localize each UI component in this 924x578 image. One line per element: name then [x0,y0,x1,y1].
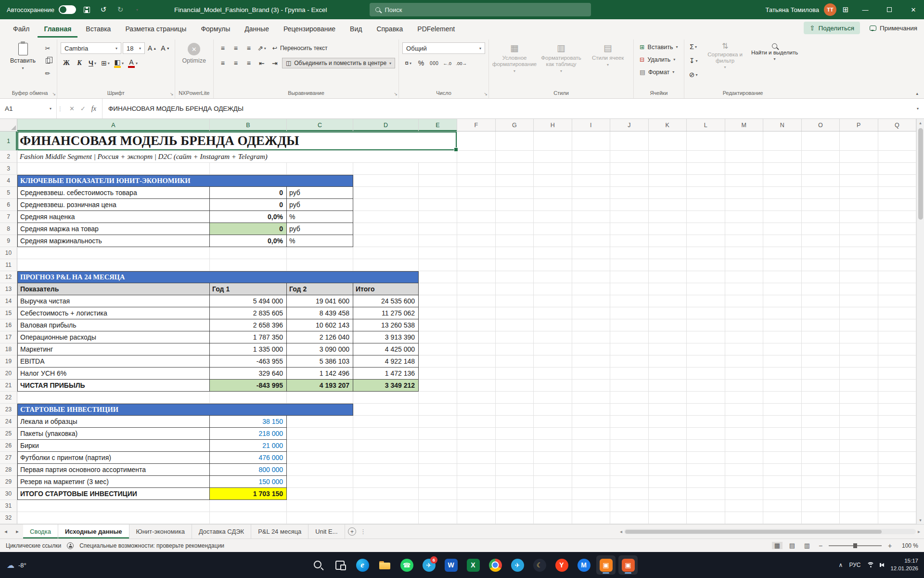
cell-E7[interactable] [419,211,457,223]
cell-N1[interactable] [763,131,802,151]
cell-O1[interactable] [802,131,840,151]
search-box[interactable]: Поиск [370,3,591,16]
ribbon-tab-9[interactable]: PDFelement [411,21,461,38]
row-header-1[interactable]: 1 [0,131,17,151]
align-top-button[interactable]: ≡ [217,42,229,54]
cell-P22[interactable] [840,392,878,404]
cell-B28[interactable]: 800 000 [210,464,287,476]
cell-M1[interactable] [725,131,764,151]
cell-P26[interactable] [840,440,878,452]
align-right-button[interactable]: ≡ [243,57,255,69]
column-header-N[interactable]: N [763,119,802,131]
cell-C7[interactable]: % [287,211,353,223]
avatar[interactable]: ТТ [824,3,836,16]
cell-K18[interactable] [649,343,687,355]
cell-K1[interactable] [649,131,687,151]
cell-J20[interactable] [610,368,649,380]
cell-L21[interactable] [687,380,725,392]
collapse-ribbon-icon[interactable]: ▴ [916,91,918,96]
cell-D30[interactable] [353,488,419,500]
cell-C14[interactable]: 19 041 600 [287,295,353,307]
cell-F16[interactable] [457,319,496,331]
cell-G15[interactable] [496,307,534,319]
cell-A30[interactable]: ИТОГО СТАРТОВЫЕ ИНВЕСТИЦИИ [17,488,210,500]
optimize-button[interactable]: ✕ Optimize [179,41,210,66]
cell-P1[interactable] [840,131,878,151]
cell-N9[interactable] [763,235,802,247]
cell-P2[interactable] [840,151,878,163]
cell-D25[interactable] [353,428,419,440]
cell-O4[interactable] [802,175,840,187]
font-dialog-launcher-icon[interactable]: ↘ [170,92,174,96]
cell-E17[interactable] [419,331,457,343]
cell-C5[interactable]: руб [287,187,353,199]
cell-Q24[interactable] [878,416,917,428]
cell-O31[interactable] [802,500,840,512]
cell-Q28[interactable] [878,464,917,476]
cell-O21[interactable] [802,380,840,392]
ribbon-tab-7[interactable]: Вид [344,21,368,38]
cell-D8[interactable] [353,223,419,235]
cell-N3[interactable] [763,163,802,175]
cell-H28[interactable] [534,464,572,476]
cell-E22[interactable] [419,392,457,404]
cell-Q25[interactable] [878,428,917,440]
zoom-slider-thumb[interactable] [853,543,857,548]
cell-O9[interactable] [802,235,840,247]
cell-J10[interactable] [610,247,649,259]
cell-G8[interactable] [496,223,534,235]
cell-L12[interactable] [687,271,725,283]
align-left-button[interactable]: ≡ [217,57,229,69]
cell-P9[interactable] [840,235,878,247]
row-header-30[interactable]: 30 [0,488,17,500]
cell-F19[interactable] [457,355,496,368]
cell-L22[interactable] [687,392,725,404]
percent-style-button[interactable]: % [415,57,427,69]
cell-K28[interactable] [649,464,687,476]
row-header-4[interactable]: 4 [0,175,17,187]
cell-Q8[interactable] [878,223,917,235]
row-header-2[interactable]: 2 [0,151,17,163]
cell-Q17[interactable] [878,331,917,343]
cell-L25[interactable] [687,428,725,440]
row-header-7[interactable]: 7 [0,211,17,223]
cell-J14[interactable] [610,295,649,307]
cell-F8[interactable] [457,223,496,235]
cell-P8[interactable] [840,223,878,235]
cell-D19[interactable]: 4 922 148 [353,355,419,368]
cell-H10[interactable] [534,247,572,259]
sheet-scroll-left-icon[interactable]: ◂ [0,525,12,539]
row-header-11[interactable]: 11 [0,259,17,271]
cell-E19[interactable] [419,355,457,368]
cell-E23[interactable] [419,404,457,416]
cell-A14[interactable]: Выручка чистая [17,295,210,307]
row-header-8[interactable]: 8 [0,223,17,235]
cell-F10[interactable] [457,247,496,259]
row-header-12[interactable]: 12 [0,271,17,283]
cell-E20[interactable] [419,368,457,380]
cell-Q1[interactable] [878,131,917,151]
cell-B3[interactable] [210,163,287,175]
cell-Q18[interactable] [878,343,917,355]
cell-P13[interactable] [840,283,878,295]
cell-I3[interactable] [572,163,611,175]
cell-A9[interactable]: Средняя маржинальность [17,235,210,247]
cell-G23[interactable] [496,404,534,416]
cell-F5[interactable] [457,187,496,199]
cell-K8[interactable] [649,223,687,235]
cell-Q30[interactable] [878,488,917,500]
cell-G19[interactable] [496,355,534,368]
cell-O8[interactable] [802,223,840,235]
cell-K32[interactable] [649,512,687,524]
formula-bar-expand-icon[interactable]: ▾ [911,99,924,118]
cell-O15[interactable] [802,307,840,319]
cell-H24[interactable] [534,416,572,428]
cell-N18[interactable] [763,343,802,355]
cell-Q7[interactable] [878,211,917,223]
increase-decimal-button[interactable]: ←.0 [441,57,453,69]
cell-C27[interactable] [287,452,353,464]
column-header-P[interactable]: P [840,119,878,131]
cell-D11[interactable] [353,259,419,271]
row-header-21[interactable]: 21 [0,380,17,392]
cell-P5[interactable] [840,187,878,199]
